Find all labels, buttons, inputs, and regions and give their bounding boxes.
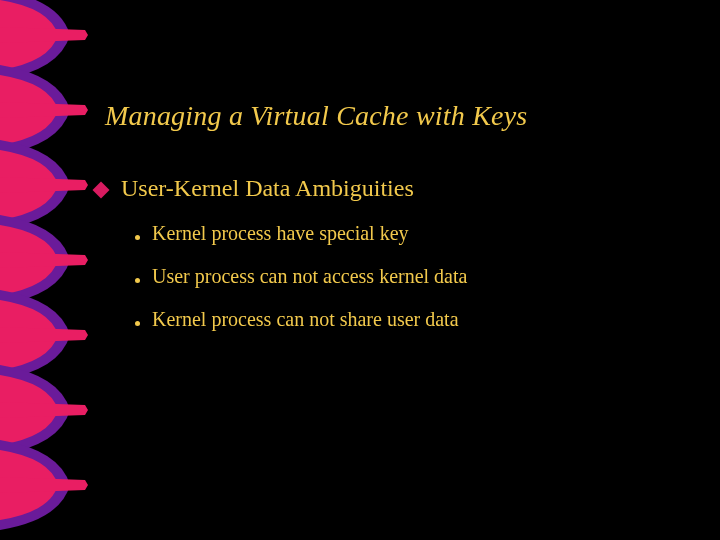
- bullet-level2-text: User process can not access kernel data: [152, 265, 467, 288]
- dot-icon: [135, 278, 140, 283]
- bullet-level2: Kernel process have special key: [135, 222, 675, 245]
- dot-icon: [135, 235, 140, 240]
- slide-body: User-Kernel Data Ambiguities Kernel proc…: [95, 175, 675, 351]
- bullet-level2-text: Kernel process can not share user data: [152, 308, 459, 331]
- bullet-level2-text: Kernel process have special key: [152, 222, 409, 245]
- spiral-decoration: [0, 0, 110, 540]
- slide-title: Managing a Virtual Cache with Keys: [105, 100, 527, 132]
- bullet-level2: User process can not access kernel data: [135, 265, 675, 288]
- bullet-level1-text: User-Kernel Data Ambiguities: [121, 175, 414, 202]
- bullet-level2: Kernel process can not share user data: [135, 308, 675, 331]
- diamond-icon: [93, 182, 110, 199]
- bullet-level1: User-Kernel Data Ambiguities: [95, 175, 675, 202]
- dot-icon: [135, 321, 140, 326]
